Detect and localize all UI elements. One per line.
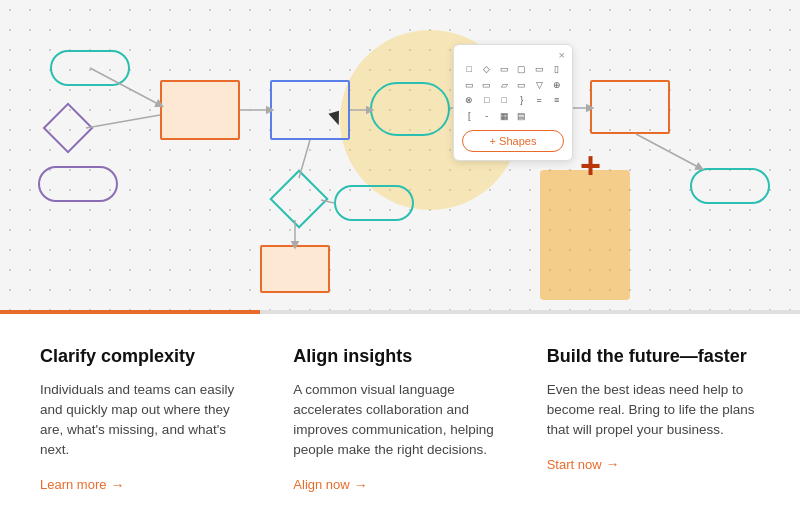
shape-icon[interactable]: ▽ (532, 79, 547, 92)
shape-icon[interactable]: ⊕ (550, 79, 565, 92)
shape-icon[interactable] (532, 110, 547, 123)
close-panel-button[interactable]: × (559, 49, 565, 61)
add-shapes-button[interactable]: + Shapes (462, 130, 564, 152)
align-now-arrow: → (354, 477, 368, 493)
shape-icon[interactable]: ▯ (550, 63, 565, 76)
column-align: Align insights A common visual language … (293, 346, 546, 493)
shape-icon[interactable]: [ (462, 110, 477, 123)
shape-orange-rect-1[interactable] (160, 80, 240, 140)
shape-icon[interactable]: ▱ (497, 79, 512, 92)
start-now-arrow: → (606, 456, 620, 472)
shape-icon[interactable]: - (480, 110, 495, 123)
start-now-link[interactable]: Start now → (547, 456, 760, 472)
start-now-text: Start now (547, 457, 602, 472)
divider-orange (0, 310, 260, 314)
shape-icon[interactable]: ▭ (532, 63, 547, 76)
shape-icon[interactable]: ◇ (480, 63, 495, 76)
learn-more-link[interactable]: Learn more → (40, 477, 253, 493)
column-build: Build the future—faster Even the best id… (547, 346, 760, 493)
shape-icon[interactable] (550, 110, 565, 123)
learn-more-arrow: → (110, 477, 124, 493)
shape-icon[interactable]: ⊗ (462, 94, 477, 107)
column-clarify-title: Clarify complexity (40, 346, 253, 368)
shape-icon[interactable]: □ (462, 63, 477, 76)
shape-orange-rect-right[interactable] (590, 80, 670, 134)
shape-icon[interactable]: ▭ (497, 63, 512, 76)
progress-divider (0, 310, 800, 314)
column-align-title: Align insights (293, 346, 506, 368)
shape-icon[interactable]: ▢ (515, 63, 530, 76)
bg-decorative-rect (540, 170, 630, 300)
column-align-body: A common visual language accelerates col… (293, 380, 506, 461)
shape-teal-rounded-right[interactable] (690, 168, 770, 204)
shape-icon[interactable]: } (515, 94, 530, 107)
svg-line-8 (636, 134, 700, 168)
content-section: Clarify complexity Individuals and teams… (0, 314, 800, 513)
red-plus-icon: + (580, 148, 601, 184)
shape-icon[interactable]: ▦ (497, 110, 512, 123)
shape-teal-top[interactable] (50, 50, 130, 86)
shape-purple-rounded[interactable] (38, 166, 118, 202)
shape-teal-rounded-bottom[interactable] (334, 185, 414, 221)
column-build-body: Even the best ideas need help to become … (547, 380, 760, 441)
diagram-section: + × □ ◇ ▭ ▢ ▭ ▯ ▭ ▭ ▱ ▭ ▽ ⊕ ⊗ □ □ } = ≡ … (0, 0, 800, 310)
shape-icon[interactable]: ▭ (480, 79, 495, 92)
shape-teal-diamond[interactable] (269, 169, 328, 228)
shapes-panel[interactable]: × □ ◇ ▭ ▢ ▭ ▯ ▭ ▭ ▱ ▭ ▽ ⊕ ⊗ □ □ } = ≡ [ … (453, 44, 573, 161)
shape-teal-oval[interactable] (370, 82, 450, 136)
align-now-link[interactable]: Align now → (293, 477, 506, 493)
shape-icon[interactable]: ▤ (515, 110, 530, 123)
shape-orange-rect-2[interactable] (260, 245, 330, 293)
learn-more-text: Learn more (40, 477, 106, 492)
shapes-grid: □ ◇ ▭ ▢ ▭ ▯ ▭ ▭ ▱ ▭ ▽ ⊕ ⊗ □ □ } = ≡ [ - … (462, 63, 564, 122)
shape-diamond-left[interactable] (43, 103, 94, 154)
shape-icon[interactable]: □ (497, 94, 512, 107)
align-now-text: Align now (293, 477, 349, 492)
column-clarify-body: Individuals and teams can easily and qui… (40, 380, 253, 461)
shape-icon[interactable]: □ (480, 94, 495, 107)
svg-line-1 (86, 115, 160, 128)
column-build-title: Build the future—faster (547, 346, 760, 368)
divider-gray (260, 310, 800, 314)
shape-icon[interactable]: ≡ (550, 94, 565, 107)
column-clarify: Clarify complexity Individuals and teams… (40, 346, 293, 493)
shape-icon[interactable]: = (532, 94, 547, 107)
shape-icon[interactable]: ▭ (515, 79, 530, 92)
shape-icon[interactable]: ▭ (462, 79, 477, 92)
